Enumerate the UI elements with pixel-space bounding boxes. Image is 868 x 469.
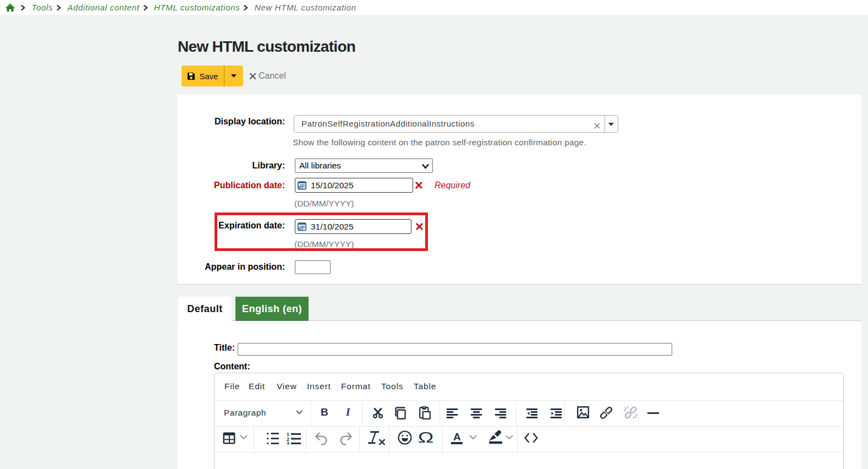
svg-text:3: 3 [287,441,289,445]
